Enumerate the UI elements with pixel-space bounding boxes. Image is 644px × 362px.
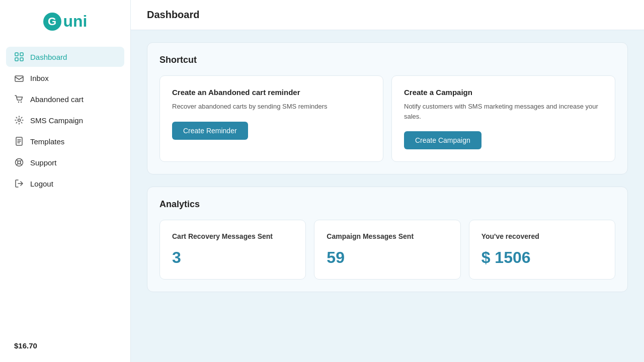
svg-point-6 <box>21 102 22 103</box>
support-icon <box>14 157 24 167</box>
analytics-card-value-2: $ 1506 <box>481 248 603 267</box>
shortcut-item-desc-1: Notify customers with SMS marketing mess… <box>404 102 603 121</box>
sidebar-item-support[interactable]: Support <box>6 152 124 172</box>
sidebar-item-inbox[interactable]: Inbox <box>6 68 124 88</box>
analytics-grid: Cart Recovery Messages Sent 3 Campaign M… <box>159 220 615 280</box>
sidebar-item-dashboard[interactable]: Dashboard <box>6 47 124 67</box>
create-campaign-button[interactable]: Create Campaign <box>404 131 481 149</box>
svg-rect-2 <box>15 58 18 61</box>
content-area: Shortcut Create an Abandoned cart remind… <box>131 30 644 304</box>
svg-point-10 <box>18 161 21 164</box>
analytics-section-title: Analytics <box>159 199 615 210</box>
svg-rect-0 <box>15 53 18 56</box>
file-icon <box>14 136 24 146</box>
svg-rect-1 <box>20 53 23 56</box>
sidebar-item-label-support: Support <box>30 158 57 167</box>
analytics-card-label-1: Campaign Messages Sent <box>327 232 448 240</box>
gear-icon <box>14 115 24 125</box>
sidebar-item-sms-campaign[interactable]: SMS Campaign <box>6 110 124 130</box>
analytics-card-label-0: Cart Recovery Messages Sent <box>172 232 293 240</box>
cart-icon <box>14 94 24 104</box>
logout-icon <box>14 178 24 189</box>
sidebar-item-label-sms-campaign: SMS Campaign <box>30 116 83 125</box>
page-title: Dashboard <box>147 9 628 21</box>
balance-display: $16.70 <box>0 333 130 350</box>
analytics-card-cart-recovery: Cart Recovery Messages Sent 3 <box>159 220 306 280</box>
shortcut-item-campaign: Create a Campaign Notify customers with … <box>391 75 615 162</box>
analytics-section: Analytics Cart Recovery Messages Sent 3 … <box>147 187 628 292</box>
sidebar-item-templates[interactable]: Templates <box>6 131 124 151</box>
svg-rect-4 <box>15 76 23 81</box>
shortcut-item-title-1: Create a Campaign <box>404 88 603 97</box>
sidebar-item-label-templates: Templates <box>30 137 64 146</box>
analytics-card-campaign-messages: Campaign Messages Sent 59 <box>314 220 460 280</box>
sidebar-item-logout[interactable]: Logout <box>6 173 124 194</box>
grid-icon <box>14 52 24 62</box>
svg-point-7 <box>18 119 21 122</box>
svg-rect-3 <box>20 58 23 61</box>
logo-text-label: uni <box>63 12 88 31</box>
sidebar-item-label-dashboard: Dashboard <box>30 53 67 61</box>
logo: Guni <box>43 12 88 31</box>
sidebar-item-label-abandoned-cart: Abandoned cart <box>30 95 84 104</box>
sidebar: Guni Dashboard Inbox <box>0 0 131 362</box>
sidebar-item-label-inbox: Inbox <box>30 74 49 82</box>
logo-circle: G <box>43 13 61 31</box>
analytics-card-recovered-amount: You've recovered $ 1506 <box>469 220 615 280</box>
main-content: Dashboard Shortcut Create an Abandoned c… <box>131 0 644 362</box>
analytics-card-value-1: 59 <box>327 248 448 267</box>
balance-value: $16.70 <box>14 341 37 350</box>
shortcut-item-abandoned-cart: Create an Abandoned cart reminder Recove… <box>159 75 383 162</box>
shortcut-section-title: Shortcut <box>159 55 615 65</box>
create-reminder-button[interactable]: Create Reminder <box>172 122 248 140</box>
shortcut-item-desc-0: Recover abandoned carts by sending SMS r… <box>172 102 371 112</box>
inbox-icon <box>14 73 24 83</box>
sidebar-item-label-logout: Logout <box>30 179 53 188</box>
logo-area: Guni <box>0 12 130 31</box>
topbar: Dashboard <box>131 0 644 30</box>
nav-menu: Dashboard Inbox Abandoned cart <box>0 47 130 333</box>
shortcut-item-title-0: Create an Abandoned cart reminder <box>172 88 371 97</box>
shortcut-grid: Create an Abandoned cart reminder Recove… <box>159 75 615 162</box>
sidebar-item-abandoned-cart[interactable]: Abandoned cart <box>6 89 124 109</box>
analytics-card-value-0: 3 <box>172 248 293 267</box>
shortcut-section: Shortcut Create an Abandoned cart remind… <box>147 42 628 174</box>
analytics-card-label-2: You've recovered <box>481 232 603 240</box>
svg-point-5 <box>18 102 19 103</box>
